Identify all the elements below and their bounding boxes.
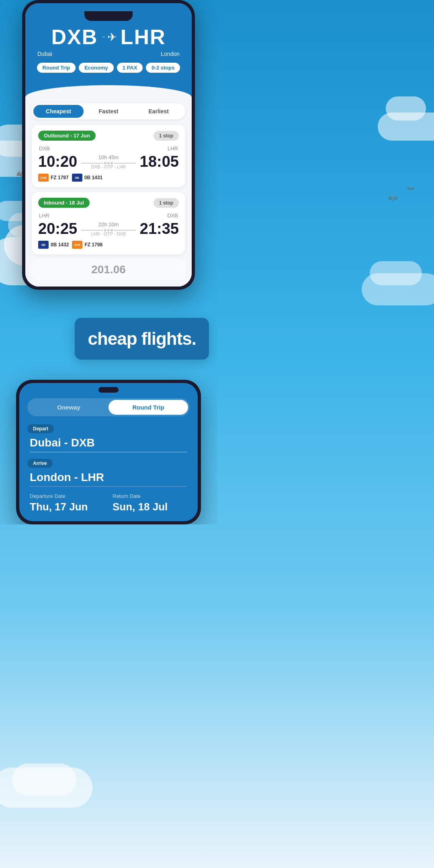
inbound-dest: DXB [167,213,178,219]
return-date-value: Sun, 18 Jul [113,501,187,513]
trip-toggle[interactable]: Oneway Round Trip [27,398,190,416]
airline-1-flight: FZ 1797 [51,175,69,180]
phone-1: DXB ··· ✈ LHR Dubai London Round Trip Ec… [22,0,195,290]
inbound-stop-badge: 1 stop [154,198,179,208]
inbound-airline-1: 0B 0B 1432 [38,241,69,249]
outbound-arr-time: 18:05 [140,153,179,170]
sort-tab-fastest[interactable]: Fastest [84,105,134,118]
inbound-arr-time: 21:35 [140,220,179,237]
dest-code: LHR [121,25,166,49]
origin-code: DXB [51,25,98,49]
departure-date-field[interactable]: Departure Date Thu, 17 Jun [30,493,104,513]
inbound-airlines: 0B 0B 1432 DXB FZ 1798 [38,241,179,249]
plane-icon: ··· ✈ [102,31,116,44]
outbound-origin: DXB [39,145,50,151]
arrive-label: Arrive [27,459,53,468]
outbound-duration-block: 10h 45m DXB - OTP - LHR [77,154,140,169]
inbound-airline-1-flight: 0B 1432 [51,242,69,248]
outbound-card[interactable]: Outbound - 17 Jun 1 stop DXB LHR 10:20 1… [32,125,185,187]
filter-pills: Round Trip Economy 1 PAX 0-2 stops [33,63,184,73]
outbound-duration: 10h 45m [81,154,136,160]
arrive-value[interactable]: London - LHR [27,471,190,484]
inbound-origin: LHR [39,213,49,219]
cheap-flights-headline: cheap flights. [88,329,196,348]
outbound-badge: Outbound - 17 Jun [38,131,96,141]
stops-pill[interactable]: 0-2 stops [146,63,180,73]
outbound-stop-badge: 1 stop [154,131,179,141]
outbound-route: DXB - OTP - LHR [81,164,136,169]
sort-tabs: Cheapest Fastest Earliest [32,103,185,119]
price-peek: 201.06 [32,259,185,280]
outbound-dep-time: 10:20 [38,153,77,170]
inbound-airline-2-flight: FZ 1798 [84,242,102,248]
arrive-divider [30,486,187,487]
inbound-airline-2: DXB FZ 1798 [72,241,102,249]
inbound-dep-time: 20:25 [38,220,77,237]
cabin-pill[interactable]: Economy [79,63,114,73]
flight-route: DXB ··· ✈ LHR [33,25,184,49]
middle-section: cheap flights. [0,290,217,380]
search-form: Depart Dubai - DXB Arrive London - LHR D… [19,424,198,521]
notch-pill [98,387,119,393]
inbound-airline-2-logo: DXB [72,241,82,249]
outbound-airlines: DXB FZ 1797 0B 0B 1431 [38,174,179,182]
airline-2-logo: 0B [72,174,82,182]
sort-tab-cheapest[interactable]: Cheapest [33,105,84,118]
airline-2-flight: 0B 1431 [84,175,102,180]
return-date-field[interactable]: Return Date Sun, 18 Jul [113,493,187,513]
inbound-route: LHR - OTP - DXB [81,231,136,236]
trip-option-oneway[interactable]: Oneway [29,400,108,415]
inbound-badge: Inbound - 18 Jul [38,198,90,208]
sort-tab-earliest[interactable]: Earliest [133,105,184,118]
departure-date-label: Departure Date [30,493,104,499]
airline-2: 0B 0B 1431 [72,174,102,182]
return-date-label: Return Date [113,493,187,499]
phone-2-notch-area [19,383,198,395]
origin-city: Dubai [37,51,52,57]
inbound-duration: 22h 10m [81,221,136,227]
cheap-flights-box: cheap flights. [75,318,209,360]
depart-value[interactable]: Dubai - DXB [27,436,190,449]
outbound-dest: LHR [168,145,178,151]
departure-date-value: Thu, 17 Jun [30,501,104,513]
phone-notch [84,11,133,21]
pax-pill[interactable]: 1 PAX [117,63,143,73]
airline-1-logo: DXB [38,174,49,182]
trip-type-pill[interactable]: Round Trip [37,63,76,73]
airline-1: DXB FZ 1797 [38,174,69,182]
trip-option-roundtrip[interactable]: Round Trip [108,400,188,415]
inbound-duration-block: 22h 10m LHR - OTP - DXB [77,221,140,236]
inbound-airline-1-logo: 0B [38,241,49,249]
inbound-card[interactable]: Inbound - 18 Jul 1 stop LHR DXB 20:25 22… [32,192,185,254]
depart-label: Depart [27,424,54,433]
dest-city: London [161,51,180,57]
dates-row: Departure Date Thu, 17 Jun Return Date S… [27,493,190,513]
depart-divider [30,452,187,452]
phone-2: Oneway Round Trip Depart Dubai - DXB Arr… [16,380,201,524]
